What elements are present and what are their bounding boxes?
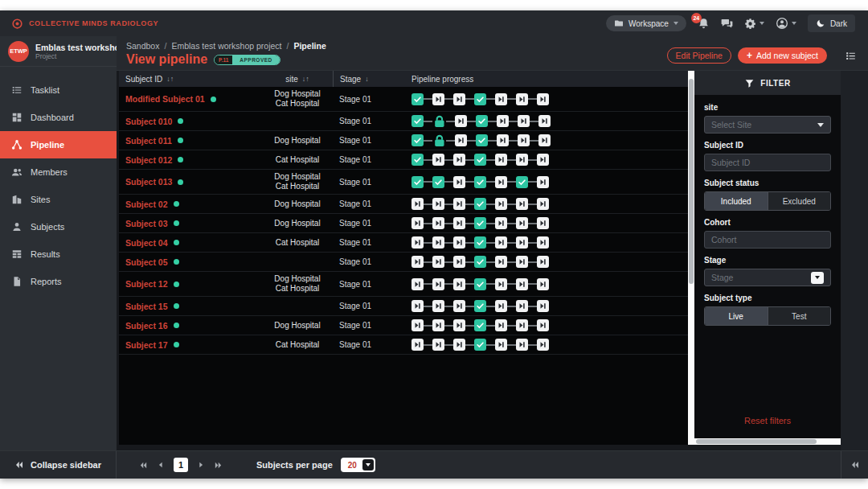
step-done-icon[interactable]	[474, 198, 486, 210]
step-pending-icon[interactable]	[411, 256, 424, 268]
step-done-icon[interactable]	[474, 236, 486, 249]
step-pending-icon[interactable]	[411, 278, 424, 290]
step-pending-icon[interactable]	[516, 319, 528, 331]
settings-button[interactable]	[744, 18, 764, 30]
filter-horizontal-scrollbar[interactable]	[694, 438, 841, 445]
step-pending-icon[interactable]	[516, 217, 528, 229]
step-done-icon[interactable]	[474, 319, 486, 331]
step-pending-icon[interactable]	[537, 93, 549, 105]
step-pending-icon[interactable]	[495, 93, 507, 105]
table-row[interactable]: Subject 04Cat HospitalStage 01	[119, 233, 688, 253]
step-pending-icon[interactable]	[411, 217, 424, 229]
table-row[interactable]: Subject 013Dog HospitalCat HospitalStage…	[119, 170, 688, 195]
subject-id-input[interactable]	[704, 154, 831, 171]
step-pending-icon[interactable]	[432, 154, 444, 166]
step-pending-icon[interactable]	[432, 217, 444, 229]
subject-id-link[interactable]: Subject 17	[125, 340, 168, 350]
workspace-button[interactable]: Workspace	[606, 15, 686, 31]
project-header[interactable]: ETWP Emblas test worksho... Project	[0, 36, 117, 67]
next-page-icon[interactable]	[197, 461, 205, 469]
step-pending-icon[interactable]	[453, 154, 465, 166]
table-row[interactable]: Subject 011Dog HospitalStage 01	[119, 131, 688, 150]
step-done-icon[interactable]	[474, 278, 486, 290]
sidebar-item-reports[interactable]: Reports	[0, 268, 117, 295]
column-header-stage[interactable]: Stage↓	[333, 71, 405, 87]
table-row[interactable]: Subject 05Stage 01	[119, 253, 688, 272]
edit-pipeline-button[interactable]: Edit Pipeline	[667, 47, 731, 64]
step-pending-icon[interactable]	[495, 236, 507, 249]
table-row[interactable]: Subject 17Cat HospitalStage 01	[119, 335, 688, 355]
subject-id-link[interactable]: Subject 12	[125, 279, 168, 289]
step-pending-icon[interactable]	[432, 93, 444, 105]
current-page-indicator[interactable]: 1	[174, 458, 188, 472]
notifications-button[interactable]: 24	[698, 18, 710, 30]
step-done-icon[interactable]	[474, 176, 486, 188]
subject-id-link[interactable]: Subject 15	[125, 302, 168, 311]
table-row[interactable]: Subject 15Stage 01	[119, 297, 688, 316]
step-pending-icon[interactable]	[432, 339, 444, 351]
step-pending-icon[interactable]	[453, 339, 465, 351]
included-option[interactable]: Included	[705, 192, 768, 210]
scrollbar-thumb[interactable]	[689, 79, 694, 284]
step-done-icon[interactable]	[474, 217, 486, 229]
test-option[interactable]: Test	[768, 307, 831, 325]
step-pending-icon[interactable]	[495, 256, 507, 268]
step-pending-icon[interactable]	[495, 217, 507, 229]
step-done-icon[interactable]	[476, 134, 488, 146]
step-pending-icon[interactable]	[455, 115, 467, 127]
breadcrumb-item[interactable]: Sandbox	[126, 41, 159, 51]
step-done-icon[interactable]	[476, 115, 488, 127]
previous-page-icon[interactable]	[157, 461, 165, 469]
subject-id-link[interactable]: Subject 013	[125, 177, 172, 187]
step-pending-icon[interactable]	[453, 236, 465, 249]
step-pending-icon[interactable]	[497, 115, 509, 127]
sidebar-item-dashboard[interactable]: Dashboard	[0, 104, 117, 131]
subject-id-link[interactable]: Subject 16	[125, 321, 168, 331]
step-pending-icon[interactable]	[453, 198, 465, 210]
first-page-icon[interactable]	[139, 461, 148, 470]
step-done-icon[interactable]	[474, 300, 486, 312]
step-pending-icon[interactable]	[516, 198, 528, 210]
step-pending-icon[interactable]	[453, 319, 465, 331]
table-row[interactable]: Subject 12Dog HospitalCat HospitalStage …	[119, 272, 688, 297]
step-done-icon[interactable]	[432, 176, 444, 188]
dark-mode-toggle[interactable]: Dark	[808, 14, 855, 32]
step-done-icon[interactable]	[411, 93, 424, 105]
subject-id-link[interactable]: Subject 03	[125, 219, 168, 228]
collapse-filter-panel-button[interactable]	[841, 451, 868, 479]
step-pending-icon[interactable]	[537, 236, 549, 249]
last-page-icon[interactable]	[214, 461, 223, 470]
step-pending-icon[interactable]	[411, 236, 424, 249]
step-pending-icon[interactable]	[495, 339, 507, 351]
sidebar-item-members[interactable]: Members	[0, 158, 117, 186]
collapse-sidebar-button[interactable]: Collapse sidebar	[0, 451, 117, 479]
step-done-icon[interactable]	[474, 256, 486, 268]
step-pending-icon[interactable]	[537, 300, 549, 312]
per-page-select[interactable]: 20	[341, 458, 375, 472]
step-pending-icon[interactable]	[453, 300, 465, 312]
step-pending-icon[interactable]	[516, 256, 528, 268]
step-pending-icon[interactable]	[537, 217, 549, 229]
subject-id-link[interactable]: Subject 04	[125, 238, 168, 248]
step-pending-icon[interactable]	[432, 198, 444, 210]
step-pending-icon[interactable]	[537, 256, 549, 268]
step-pending-icon[interactable]	[516, 339, 528, 351]
step-pending-icon[interactable]	[453, 217, 465, 229]
step-pending-icon[interactable]	[538, 115, 551, 127]
step-pending-icon[interactable]	[453, 278, 465, 290]
subject-id-link[interactable]: Subject 02	[125, 199, 168, 209]
sidebar-item-pipeline[interactable]: Pipeline	[0, 131, 117, 158]
column-header-site[interactable]: site↓↑	[262, 71, 333, 87]
step-pending-icon[interactable]	[516, 300, 528, 312]
step-pending-icon[interactable]	[495, 278, 507, 290]
table-options-menu-icon[interactable]	[845, 50, 857, 62]
step-locked-icon[interactable]	[432, 134, 446, 147]
account-button[interactable]	[776, 17, 796, 30]
add-new-subject-button[interactable]: + Add new subject	[738, 47, 827, 64]
excluded-option[interactable]: Excluded	[768, 192, 831, 210]
step-pending-icon[interactable]	[411, 198, 424, 210]
step-done-icon[interactable]	[474, 154, 486, 166]
column-header-subject-id[interactable]: Subject ID↓↑	[119, 71, 262, 87]
step-done-icon[interactable]	[474, 339, 486, 351]
messages-icon[interactable]	[721, 18, 733, 30]
